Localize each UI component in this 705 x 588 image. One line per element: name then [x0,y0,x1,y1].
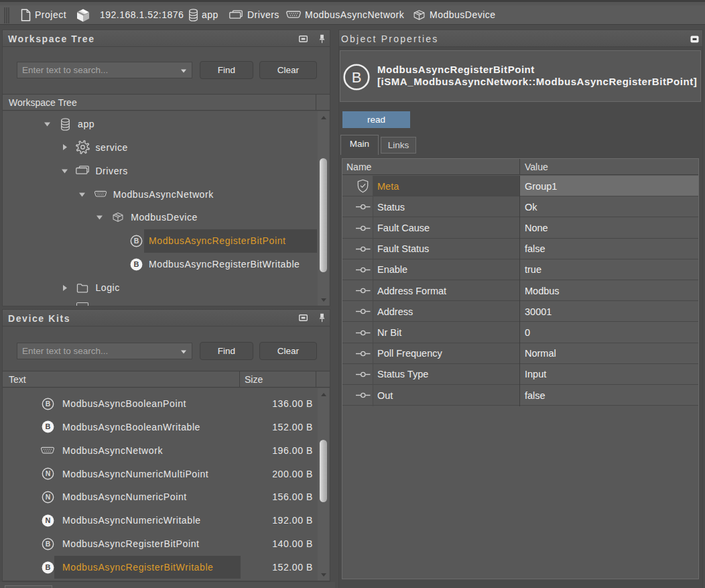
svg-text:B: B [352,69,362,86]
svg-text:N: N [45,493,50,501]
svg-text:B: B [133,237,139,245]
svg-text:B: B [45,563,50,571]
svg-text:N: N [45,470,50,477]
svg-text:B: B [133,260,139,268]
svg-text:B: B [45,400,50,408]
svg-text:B: B [45,423,50,431]
svg-text:N: N [45,516,50,524]
svg-text:B: B [45,540,50,548]
